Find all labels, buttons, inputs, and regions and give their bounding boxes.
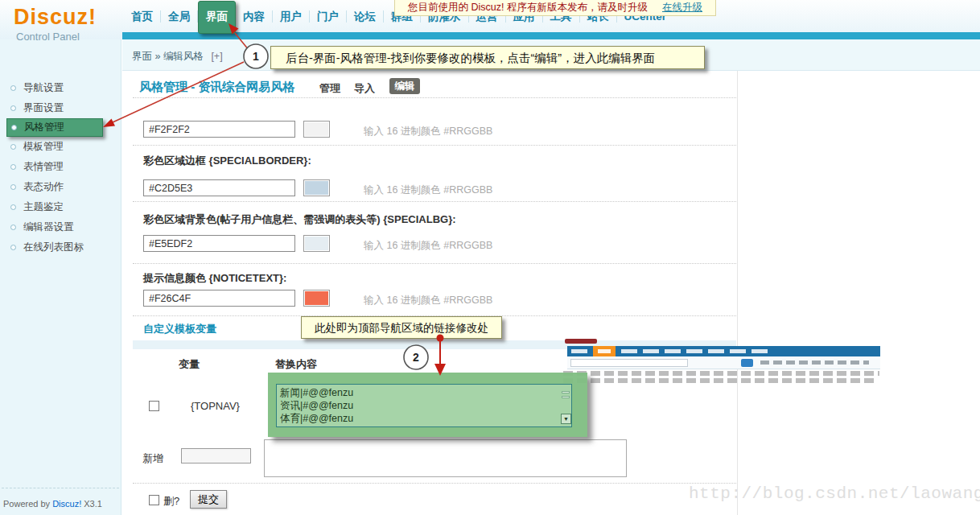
hex-hint: 输入 16 进制颜色 #RRGGBB	[364, 183, 492, 197]
preview-link-row	[563, 371, 879, 376]
divider	[133, 145, 736, 146]
hex-hint: 输入 16 进制颜色 #RRGGBB	[364, 125, 492, 138]
divider	[133, 483, 736, 484]
tutorial-callout-1: 后台-界面-风格管理-找到你要修改的模板，点击“编辑”，进入此编辑界面	[270, 46, 705, 69]
color-input-specialbg[interactable]	[143, 235, 295, 252]
sidebar-item-online-list-icons[interactable]: 在线列表图标	[6, 237, 111, 258]
divider	[133, 263, 736, 264]
scrollbar-thumb[interactable]	[562, 396, 570, 398]
divider	[133, 201, 736, 202]
color-swatch[interactable]	[303, 235, 330, 252]
tab-manage[interactable]: 管理	[319, 81, 340, 96]
color-input-wrapbg[interactable]	[143, 121, 295, 138]
footer-divider	[2, 488, 119, 488]
bullet-icon	[11, 125, 17, 130]
preview-search-button	[741, 359, 753, 367]
color-swatch[interactable]	[303, 179, 330, 196]
textarea-scrollbar[interactable]: ▼	[561, 386, 571, 426]
tab-edit-active[interactable]: 编辑	[389, 78, 420, 94]
nav-item-portal[interactable]: 门户	[310, 10, 347, 23]
upgrade-notice-bar: 您目前使用的 Discuz! 程序有新版本发布，请及时升级 在线升级	[394, 0, 716, 16]
discuz-link[interactable]: Discuz!	[52, 499, 81, 509]
preview-search-input	[570, 359, 688, 367]
variable-name-topnav: {TOPNAV}	[191, 400, 240, 412]
field-label-specialbg: 彩色区域背景色(帖子用户信息栏、需强调的表头等) {SPECIALBG}:	[143, 212, 456, 227]
site-preview-thumbnail	[563, 338, 882, 386]
color-input-noticetext[interactable]	[143, 290, 295, 307]
nav-item-interface-active[interactable]: 界面	[198, 1, 236, 34]
sidebar-menu: 导航设置 界面设置 风格管理 模板管理 表情管理 表态动作 主题鉴定 编辑器设置…	[0, 78, 121, 258]
preview-nav-bar	[567, 346, 880, 356]
logo-title: Discuz!	[14, 5, 97, 30]
nav-item-users[interactable]: 用户	[273, 10, 310, 23]
topnav-replacement-textarea[interactable]: 新闻|#@@fenzu 资讯|#@@fenzu 体育|#@@fenzu	[276, 384, 572, 427]
content-right-border	[737, 71, 738, 515]
color-swatch[interactable]	[303, 121, 330, 138]
nav-item-content[interactable]: 内容	[236, 10, 273, 23]
scrollbar-thumb[interactable]	[562, 391, 570, 393]
sidebar-item-thread-identify[interactable]: 主题鉴定	[6, 197, 111, 217]
row-checkbox-topnav[interactable]	[149, 401, 159, 411]
submit-button[interactable]: 提交	[190, 490, 227, 509]
tab-import[interactable]: 导入	[354, 81, 375, 96]
logo: Discuz! Control Panel	[14, 5, 97, 43]
preview-links-text	[760, 360, 869, 365]
add-variable-input[interactable]	[181, 448, 251, 464]
upgrade-notice-text: 您目前使用的 Discuz! 程序有新版本发布，请及时升级	[408, 1, 648, 14]
color-input-specialborder[interactable]	[143, 179, 295, 196]
powered-by: Powered by Discuz! X3.1	[3, 499, 102, 509]
section-title-custom-vars: 自定义模板变量	[143, 322, 216, 336]
step-number-2: 2	[413, 351, 419, 364]
preview-search-row	[567, 356, 880, 369]
bullet-icon	[10, 164, 16, 170]
sidebar-item-interface-settings[interactable]: 界面设置	[6, 98, 111, 118]
sidebar-item-magic-actions[interactable]: 表态动作	[6, 177, 111, 197]
color-swatch[interactable]	[303, 290, 330, 307]
sidebar-item-editor-settings[interactable]: 编辑器设置	[6, 217, 111, 237]
add-row-label: 新增	[142, 451, 163, 466]
hex-hint: 输入 16 进制颜色 #RRGGBB	[364, 239, 492, 253]
annotation-arrows: 1 2	[0, 0, 980, 515]
field-label-noticetext: 提示信息颜色 {NOTICETEXT}:	[143, 271, 286, 286]
delete-checkbox[interactable]	[149, 495, 159, 505]
sidebar-item-template-manage[interactable]: 模板管理	[6, 137, 111, 157]
tutorial-callout-2: 此处即为顶部导航区域的链接修改处	[301, 316, 502, 339]
bullet-icon	[10, 225, 16, 230]
sidebar-item-nav-settings[interactable]: 导航设置	[6, 78, 111, 98]
sidebar-item-style-manage[interactable]: 风格管理	[6, 118, 103, 137]
online-upgrade-link[interactable]: 在线升级	[662, 1, 702, 14]
breadcrumb: 界面 » 编辑风格 [+]	[132, 50, 223, 64]
sidebar-item-smiley-manage[interactable]: 表情管理	[6, 157, 111, 177]
scroll-down-icon[interactable]: ▼	[561, 414, 571, 424]
field-label-specialborder: 彩色区域边框 {SPECIALBORDER}:	[143, 154, 311, 168]
hex-hint: 输入 16 进制颜色 #RRGGBB	[364, 294, 492, 307]
breadcrumb-expander[interactable]: [+]	[211, 51, 222, 62]
nav-item-global[interactable]: 全局	[161, 10, 198, 23]
preview-logo	[565, 339, 597, 344]
bullet-icon	[10, 245, 16, 250]
breadcrumb-path: 界面 » 编辑风格	[132, 51, 204, 62]
bullet-icon	[10, 144, 16, 150]
preview-link-row	[563, 378, 875, 383]
page-title: 风格管理 - 资讯综合网易风格	[139, 80, 294, 95]
column-header-replacement: 替换内容	[275, 357, 317, 372]
nav-item-home[interactable]: 首页	[124, 10, 161, 23]
bullet-icon	[10, 184, 16, 190]
logo-subtitle: Control Panel	[14, 31, 97, 43]
accent-bar	[122, 32, 980, 39]
bullet-icon	[10, 85, 16, 91]
nav-item-forum[interactable]: 论坛	[347, 10, 384, 23]
delete-label: 删?	[163, 494, 179, 509]
divider	[133, 97, 736, 98]
watermark-url: http://blog.csdn.net/laowangtou123	[689, 484, 980, 503]
preview-active-tab	[593, 346, 616, 356]
bullet-icon	[10, 204, 16, 210]
discuz-admin-window: Discuz! Control Panel 首页 全局 界面 内容 用户 门户 …	[0, 0, 980, 515]
column-header-variable: 变量	[179, 357, 200, 372]
bullet-icon	[10, 105, 16, 111]
add-replacement-textarea[interactable]	[264, 439, 627, 477]
